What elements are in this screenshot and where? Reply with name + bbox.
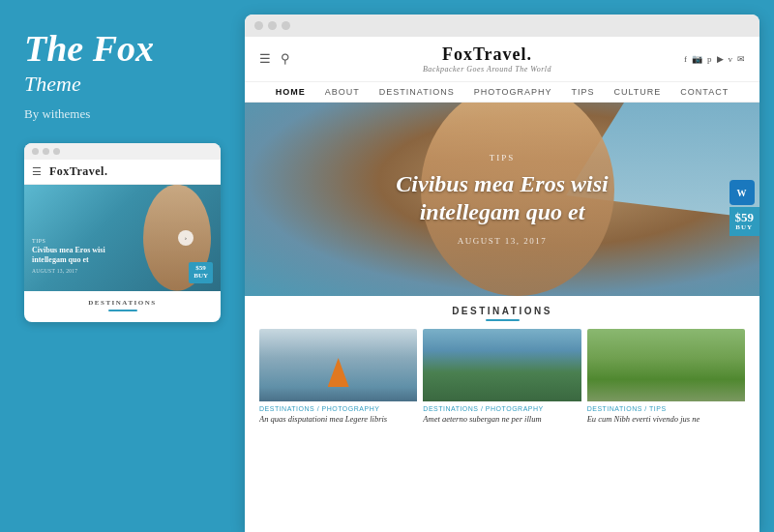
instagram-icon[interactable]: 📷	[692, 54, 702, 64]
mini-dot-3	[53, 148, 60, 155]
buy-label: BUY	[735, 224, 755, 232]
website-logo-text: FoxTravel.	[290, 44, 684, 65]
mini-titlebar	[24, 143, 221, 160]
youtube-icon[interactable]: ▶	[717, 54, 724, 64]
mini-dest-line	[108, 310, 137, 311]
mini-buy: BUY	[194, 273, 208, 281]
website-hamburger-icon[interactable]: ☰	[259, 51, 271, 67]
nav-photography[interactable]: PHOTOGRAPHY	[474, 87, 552, 97]
email-icon[interactable]: ✉	[737, 54, 745, 64]
mini-preview-card: ☰ FoxTravel. TIPS Civibus mea Eros wisi …	[24, 143, 221, 322]
mini-hamburger-icon: ☰	[32, 165, 42, 178]
pinterest-icon[interactable]: p	[707, 54, 712, 64]
nav-home[interactable]: HOME	[276, 87, 306, 97]
nav-about[interactable]: ABOUT	[325, 87, 360, 97]
wordpress-icon[interactable]: W	[729, 180, 755, 205]
mini-next-button[interactable]: ›	[178, 230, 194, 246]
dest-image-2	[423, 329, 580, 401]
website-header: ☰ ⚲ FoxTravel. Backpacker Goes Around Th…	[245, 37, 759, 82]
hero-tag: TIPS	[490, 153, 516, 163]
mini-hero-title: Civibus mea Eros wisi intellegam quo et	[32, 246, 119, 266]
dest-image-1	[259, 329, 417, 401]
theme-title: The Fox	[24, 29, 221, 70]
section-line	[486, 319, 520, 321]
nav-destinations[interactable]: DESTINATIONS	[379, 87, 455, 97]
website-nav: HOME ABOUT DESTINATIONS PHOTOGRAPHY TIPS…	[245, 82, 759, 103]
nav-contact[interactable]: CONTACT	[680, 87, 729, 97]
hero-title: Civibus mea Eros wisi intellegam quo et	[367, 170, 638, 226]
browser-dot-3	[282, 21, 290, 30]
price-badge-container: W $59 BUY	[729, 180, 760, 236]
dest-tag-3: DESTINATIONS / TIPS	[587, 405, 745, 412]
dest-text-2: Amet aeterno subergan ne per illum	[423, 414, 580, 425]
dest-text-3: Eu cum Nibh everti vivendo jus ne	[587, 414, 745, 425]
mini-dot-1	[32, 148, 39, 155]
hero-section: TIPS Civibus mea Eros wisi intellegam qu…	[245, 103, 759, 296]
website-logo: FoxTravel. Backpacker Goes Around The Wo…	[290, 44, 684, 74]
mini-dot-2	[43, 148, 49, 155]
hero-content: TIPS Civibus mea Eros wisi intellegam qu…	[245, 103, 759, 296]
mini-hero: TIPS Civibus mea Eros wisi intellegam qu…	[24, 185, 221, 291]
dest-tag-1: DESTINATIONS / PHOTOGRAPHY	[259, 405, 417, 412]
theme-author: By withemes	[24, 106, 221, 122]
destinations-grid: DESTINATIONS / PHOTOGRAPHY An quas dispu…	[259, 329, 745, 425]
website-social: f 📷 p ▶ v ✉	[684, 54, 745, 64]
nav-tips[interactable]: TIPS	[572, 87, 595, 97]
price-badge[interactable]: $59 BUY	[729, 207, 760, 236]
right-panel: ☰ ⚲ FoxTravel. Backpacker Goes Around Th…	[240, 0, 774, 532]
mini-dest-label: DESTINATIONS	[32, 299, 213, 307]
mini-price-badge: $59 BUY	[189, 262, 213, 282]
facebook-icon[interactable]: f	[684, 54, 687, 64]
browser-dot-1	[254, 21, 263, 30]
browser-titlebar	[245, 15, 759, 37]
browser-dot-2	[268, 21, 277, 30]
mini-hero-text: TIPS Civibus mea Eros wisi intellegam qu…	[32, 238, 119, 274]
dest-card-1[interactable]: DESTINATIONS / PHOTOGRAPHY An quas dispu…	[259, 329, 417, 425]
website-header-left: ☰ ⚲	[259, 51, 290, 67]
section-header: DESTINATIONS	[259, 306, 745, 321]
dest-card-3[interactable]: DESTINATIONS / TIPS Eu cum Nibh everti v…	[587, 329, 745, 425]
website-search-icon[interactable]: ⚲	[281, 51, 290, 67]
destinations-section: DESTINATIONS DESTINATIONS / PHOTOGRAPHY …	[245, 296, 759, 432]
hero-date: AUGUST 13, 2017	[458, 236, 548, 246]
dest-card-2[interactable]: DESTINATIONS / PHOTOGRAPHY Amet aeterno …	[423, 329, 580, 425]
website-logo-sub: Backpacker Goes Around The World	[290, 65, 684, 74]
dest-text-1: An quas disputationi mea Legere libris	[259, 414, 417, 425]
mini-header: ☰ FoxTravel.	[24, 160, 221, 185]
vimeo-icon[interactable]: v	[729, 54, 733, 64]
section-title: DESTINATIONS	[259, 306, 745, 316]
dest-image-3	[587, 329, 745, 401]
mini-destinations: DESTINATIONS	[24, 291, 221, 322]
mini-logo: FoxTravel.	[49, 164, 107, 179]
nav-culture[interactable]: CULTURE	[614, 87, 662, 97]
left-panel: The Fox Theme By withemes ☰ FoxTravel. T…	[0, 0, 240, 532]
mini-hero-tag: TIPS	[32, 238, 119, 244]
price-value: $59	[735, 211, 755, 224]
browser-window: ☰ ⚲ FoxTravel. Backpacker Goes Around Th…	[245, 15, 759, 532]
theme-subtitle: Theme	[24, 72, 221, 97]
mini-hero-date: AUGUST 13, 2017	[32, 268, 119, 274]
dest-tag-2: DESTINATIONS / PHOTOGRAPHY	[423, 405, 580, 412]
